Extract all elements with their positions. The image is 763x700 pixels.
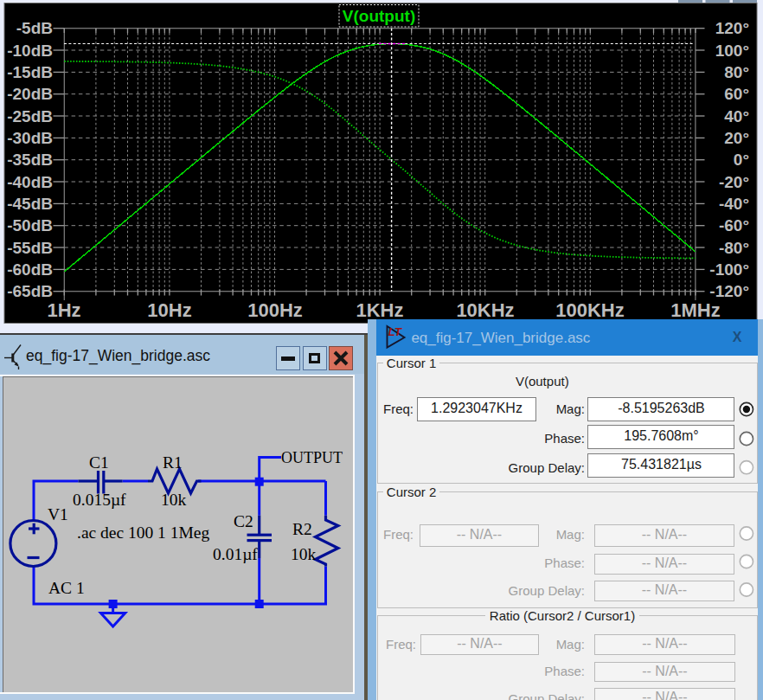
svg-text:1Hz: 1Hz <box>47 299 80 321</box>
svg-text:AC 1: AC 1 <box>48 579 85 597</box>
svg-text:80°: 80° <box>724 63 749 81</box>
svg-text:10k: 10k <box>291 545 317 563</box>
svg-text:0°: 0° <box>734 151 749 169</box>
svg-text:-20°: -20° <box>719 173 749 191</box>
svg-text:10k: 10k <box>161 491 187 509</box>
svg-text:10Hz: 10Hz <box>147 299 191 321</box>
svg-text:-65dB: -65dB <box>7 282 53 300</box>
svg-text:1KHz: 1KHz <box>356 299 403 321</box>
svg-text:-50dB: -50dB <box>7 216 53 234</box>
svg-text:100KHz: 100KHz <box>555 299 624 321</box>
svg-text:OUTPUT: OUTPUT <box>281 449 343 466</box>
svg-text:0.015µf: 0.015µf <box>73 491 126 509</box>
svg-text:-35dB: -35dB <box>7 151 53 169</box>
svg-text:-10dB: -10dB <box>7 42 53 60</box>
svg-text:-40dB: -40dB <box>7 173 53 191</box>
svg-text:.ac dec 100 1 1Meg: .ac dec 100 1 1Meg <box>77 523 209 542</box>
svg-text:-20dB: -20dB <box>7 85 53 103</box>
svg-text:-60°: -60° <box>719 216 749 234</box>
svg-text:-15dB: -15dB <box>7 63 53 81</box>
svg-text:-100°: -100° <box>709 260 749 279</box>
svg-text:-60dB: -60dB <box>7 260 53 279</box>
svg-text:R1: R1 <box>163 453 183 472</box>
svg-text:-30dB: -30dB <box>7 129 53 147</box>
svg-text:-45dB: -45dB <box>7 195 53 213</box>
svg-text:-40°: -40° <box>719 195 749 213</box>
svg-text:20°: 20° <box>724 129 749 147</box>
svg-text:-80°: -80° <box>719 239 749 257</box>
svg-text:0.01µf: 0.01µf <box>213 545 258 563</box>
svg-text:120°: 120° <box>715 19 749 37</box>
svg-text:60°: 60° <box>724 85 749 103</box>
svg-text:V(output): V(output) <box>343 7 415 25</box>
svg-text:V1: V1 <box>48 505 68 523</box>
svg-text:C2: C2 <box>234 512 253 530</box>
svg-text:100°: 100° <box>715 42 749 60</box>
svg-text:10KHz: 10KHz <box>456 299 514 321</box>
svg-text:40°: 40° <box>724 107 749 125</box>
svg-text:-25dB: -25dB <box>7 107 53 125</box>
svg-text:-5dB: -5dB <box>16 19 53 37</box>
svg-text:1MHz: 1MHz <box>670 299 720 321</box>
svg-text:100Hz: 100Hz <box>247 299 303 321</box>
svg-text:-120°: -120° <box>709 282 749 300</box>
svg-text:-55dB: -55dB <box>7 239 53 257</box>
svg-text:C1: C1 <box>89 453 109 472</box>
svg-text:LT: LT <box>388 325 402 338</box>
